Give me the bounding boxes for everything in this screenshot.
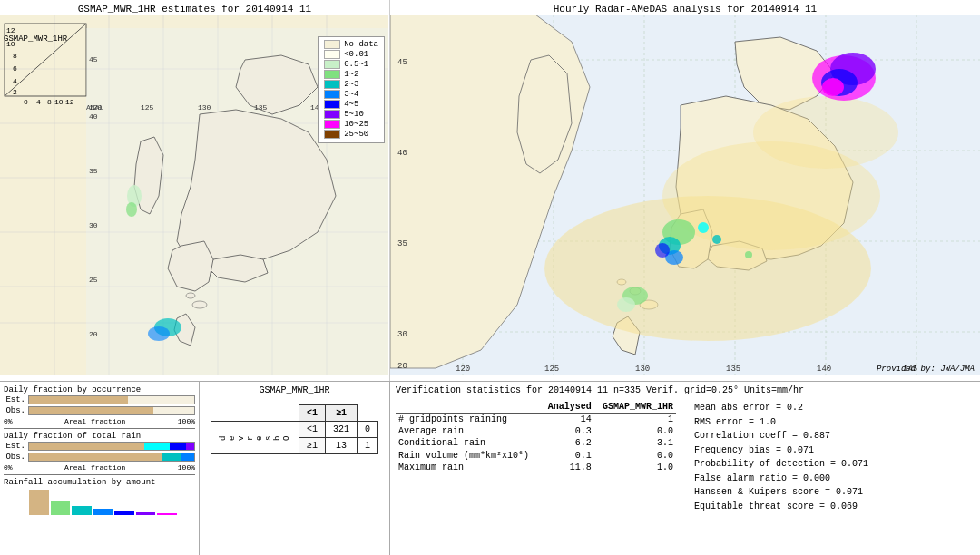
right-map-svg: 45 40 35 30 20 120 125 130 135 140 145 [390, 15, 980, 375]
svg-text:8: 8 [47, 98, 52, 106]
svg-point-79 [655, 243, 670, 258]
est-label1: Est. [4, 395, 25, 404]
svg-text:0: 0 [24, 98, 28, 106]
legend-item-001: <0.01 [324, 50, 378, 59]
verif-row: Maximum rain11.81.0 [396, 462, 676, 473]
stats-right: Mean abs error = 0.2RMS error = 1.0Corre… [694, 401, 975, 513]
stat-line: Mean abs error = 0.2 [694, 401, 975, 415]
bottom-right: Verification statistics for 20140914 11 … [390, 382, 980, 555]
legend-color-001 [324, 50, 340, 59]
legend-color-34 [324, 90, 340, 99]
svg-text:120: 120 [89, 103, 103, 112]
verif-row-gsmap: 3.1 [594, 437, 676, 449]
verif-row: Rain volume (mm*km²x10⁶)0.10.0 [396, 449, 676, 462]
right-map-container: Hourly Radar-AMeDAS analysis for 2014091… [390, 0, 980, 381]
svg-text:30: 30 [397, 330, 407, 339]
left-map: GSMAP_MWR_1HR No data <0.01 0.5~1 1~2 [0, 15, 388, 375]
legend-label-12: 1~2 [344, 70, 358, 79]
svg-text:4: 4 [36, 98, 41, 106]
bar-row-est1: Est. [4, 395, 195, 404]
hist-bar-3 [72, 506, 92, 515]
svg-text:20: 20 [397, 362, 407, 371]
divider1 [4, 428, 195, 429]
verif-row-analysed: 0.3 [542, 425, 594, 437]
bar-row-est2: Est. [4, 442, 195, 451]
stat-line: Frequency bias = 0.071 [694, 443, 975, 458]
svg-point-37 [148, 326, 170, 341]
svg-point-81 [617, 297, 635, 312]
legend-item-23: 2~3 [324, 80, 378, 89]
verif-row-label: Conditional rain [396, 437, 542, 449]
legend-color-1025 [324, 120, 340, 129]
legend-item-1025: 10~25 [324, 120, 378, 129]
verif-row-label: # gridpoints raining [396, 414, 542, 426]
cell21: 13 [325, 438, 357, 454]
chart1-title: Daily fraction by occurrence [4, 385, 195, 394]
svg-text:10: 10 [54, 98, 64, 106]
stat-line: Correlation coeff = 0.887 [694, 429, 975, 443]
svg-text:30: 30 [89, 221, 98, 229]
verif-row: Conditional rain6.23.1 [396, 437, 676, 449]
cell22: 1 [358, 438, 378, 454]
contingency-title: GSMAP_MWR_1HR [203, 385, 386, 395]
legend-label-510: 5~10 [344, 110, 364, 119]
left-map-title: GSMAP_MWR_1HR estimates for 20140914 11 [0, 0, 389, 15]
col-header-2: ≥1 [325, 405, 357, 422]
legend-color-2550 [324, 130, 340, 139]
hist-bar-7 [157, 513, 177, 515]
verif-row: Average rain0.30.0 [396, 425, 676, 437]
verif-row-gsmap: 0.0 [594, 425, 676, 437]
est-label2: Est. [4, 442, 25, 451]
right-map: 45 40 35 30 20 120 125 130 135 140 145 P… [390, 15, 980, 375]
verif-row-gsmap: 1.0 [594, 462, 676, 473]
verif-grid: Analysed GSMAP_MWR_1HR # gridpoints rain… [396, 401, 975, 513]
verif-row-gsmap: 1 [594, 414, 676, 426]
bar-track-obs1 [28, 406, 195, 415]
svg-text:35: 35 [397, 239, 407, 248]
verif-row-label: Rain volume (mm*km²x10⁶) [396, 449, 542, 462]
svg-text:130: 130 [635, 365, 650, 374]
bar-track-obs2 [28, 453, 195, 462]
hist-bar-6 [136, 512, 156, 515]
svg-point-85 [822, 78, 844, 96]
svg-text:130: 130 [198, 103, 211, 112]
axis-center: Areal fraction [64, 417, 125, 425]
svg-point-86 [698, 222, 709, 233]
bar-track-est1 [28, 395, 195, 404]
svg-point-39 [126, 202, 137, 217]
legend-color-12 [324, 70, 340, 79]
svg-text:4: 4 [13, 77, 17, 85]
verif-table-wrapper: Analysed GSMAP_MWR_1HR # gridpoints rain… [396, 401, 676, 513]
svg-text:135: 135 [254, 103, 268, 112]
legend-color-510 [324, 110, 340, 119]
legend-item-051: 0.5~1 [324, 60, 378, 69]
svg-text:125: 125 [544, 365, 559, 374]
legend-color-051 [324, 60, 340, 69]
svg-text:140: 140 [817, 365, 831, 374]
legend-item-2550: 25~50 [324, 130, 378, 139]
obs-label2: Obs. [4, 453, 25, 462]
svg-point-88 [745, 251, 752, 258]
gsmap-label: GSMAP_MWR_1HR [4, 34, 67, 44]
verif-row-analysed: 0.1 [542, 449, 594, 462]
right-map-title: Hourly Radar-AMeDAS analysis for 2014091… [390, 0, 980, 15]
legend-label-45: 4~5 [344, 100, 358, 109]
axis-left: 0% [4, 417, 13, 425]
cell11: 321 [325, 422, 357, 438]
svg-text:35: 35 [89, 167, 98, 175]
svg-text:45: 45 [397, 58, 407, 67]
legend-label-051: 0.5~1 [344, 60, 368, 69]
contingency-table: <1 ≥1 Observed <1 321 0 ≥1 13 1 [211, 399, 378, 454]
legend-label-34: 3~4 [344, 90, 358, 99]
verif-col-gsmap: GSMAP_MWR_1HR [594, 401, 676, 414]
stat-line: RMS error = 1.0 [694, 415, 975, 430]
verif-row-analysed: 6.2 [542, 437, 594, 449]
bar-row-obs1: Obs. [4, 406, 195, 415]
chart2-title: Daily fraction of total rain [4, 432, 195, 441]
svg-text:12: 12 [65, 98, 74, 106]
provided-label: Provided by: JWA/JMA [877, 365, 975, 374]
verif-title: Verification statistics for 20140914 11 … [396, 385, 975, 395]
svg-text:12: 12 [6, 26, 15, 34]
svg-text:8: 8 [13, 52, 17, 60]
legend-color-45 [324, 100, 340, 109]
